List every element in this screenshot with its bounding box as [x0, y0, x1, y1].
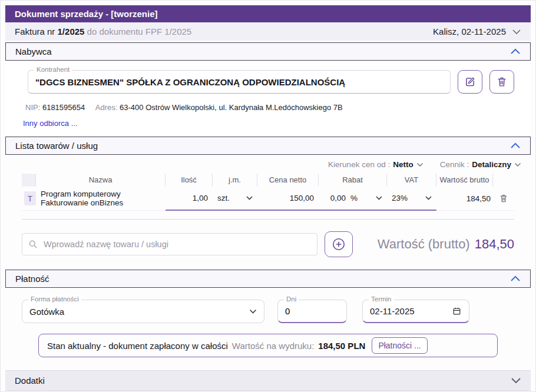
trash-icon	[498, 193, 509, 204]
payment-status-text: Stan aktualny - dokument zapłacony w cał…	[47, 341, 228, 351]
delete-contractor-button[interactable]	[489, 70, 514, 94]
items-controls: Kierunek cen od : Netto Cennik : Detalic…	[5, 155, 531, 170]
chevron-up-icon[interactable]	[510, 48, 521, 55]
section-header-payment[interactable]: Płatność	[5, 270, 531, 288]
chevron-down-icon	[514, 162, 521, 167]
unit-value: szt.	[217, 194, 230, 202]
doc-number-suffix: do dokumentu FPF 1/2025	[87, 26, 192, 36]
section-header-extras[interactable]: Dodatki	[5, 370, 531, 391]
payment-form-value: Gotówka	[29, 307, 64, 317]
print-value: 184,50 PLN	[318, 341, 365, 351]
chevron-down-icon[interactable]	[512, 29, 521, 35]
contractor-input[interactable]	[28, 77, 450, 87]
add-item-button[interactable]	[325, 231, 353, 257]
payment-form-select[interactable]: Forma płatności Gotówka	[22, 300, 264, 323]
vat-value: 23%	[392, 194, 408, 202]
pricelist-label: Cennik :	[440, 160, 469, 169]
window-title: Dokument sprzedaży - [tworzenie]	[15, 9, 158, 19]
col-discount: Rabat	[319, 174, 387, 187]
document-header: Faktura nr 1/2025 do dokumentu FPF 1/202…	[5, 22, 531, 41]
delete-item-button[interactable]	[495, 193, 512, 204]
items-table-header: Nazwa Ilość j.m. Cena netto Rabat VAT Wa…	[22, 174, 514, 187]
item-search-field	[22, 233, 317, 255]
price-direction-label: Kierunek cen od :	[328, 160, 390, 169]
col-type	[22, 174, 36, 187]
item-name-cell: Program komputerowy Fakturowanie onBizne…	[38, 187, 166, 211]
col-quantity: Ilość	[166, 174, 213, 187]
price-direction-dropdown[interactable]: Kierunek cen od : Netto	[328, 160, 423, 169]
chevron-down-icon	[246, 196, 253, 200]
item-quantity-cell	[166, 187, 213, 211]
col-gross: Wartość brutto	[436, 174, 493, 187]
col-unit: j.m.	[213, 174, 257, 187]
payment-term-field[interactable]: Termin 02-11-2025	[362, 300, 469, 323]
col-net-price: Cena netto	[257, 174, 319, 187]
payments-button[interactable]: Płatności ...	[372, 337, 427, 354]
vat-select[interactable]: 23%	[389, 194, 434, 202]
payment-days-label: Dni	[284, 295, 299, 303]
document-number: Faktura nr 1/2025 do dokumentu FPF 1/202…	[15, 26, 191, 36]
col-vat: VAT	[387, 174, 436, 187]
quantity-input[interactable]	[168, 194, 210, 202]
item-net-price-cell	[257, 187, 319, 211]
item-actions-cell	[493, 187, 514, 211]
search-icon	[28, 240, 38, 249]
edit-icon	[464, 75, 477, 88]
plus-circle-icon	[331, 237, 346, 252]
chevron-down-icon	[376, 196, 382, 200]
print-value-label: Wartość na wydruku:	[232, 341, 315, 351]
calendar-icon[interactable]	[452, 306, 462, 316]
chevron-up-icon[interactable]	[510, 275, 521, 282]
price-direction-value: Netto	[393, 160, 413, 169]
address-value: 63-400 Ostrów Wielkopolski, ul. Kardynał…	[120, 103, 343, 112]
buyer-section-title: Nabywca	[15, 46, 52, 57]
edit-contractor-button[interactable]	[458, 70, 482, 94]
doc-number-value: 1/2025	[58, 26, 85, 36]
buyer-section-body: Kontrahent NIP: 6181595654 Adres: 63-400…	[5, 61, 531, 135]
buyer-details: NIP: 6181595654 Adres: 63-400 Ostrów Wie…	[25, 103, 514, 112]
section-header-buyer[interactable]: Nabywca	[5, 42, 531, 61]
payment-section-body: Forma płatności Gotówka Dni Termin 02-11…	[5, 288, 531, 357]
nip-label: NIP:	[25, 103, 40, 112]
table-row: T Program komputerowy Fakturowanie onBiz…	[22, 187, 514, 211]
doc-number-prefix: Faktura nr	[15, 26, 55, 36]
net-price-input[interactable]	[260, 194, 316, 202]
pricelist-dropdown[interactable]: Cennik : Detaliczny	[440, 160, 521, 169]
contractor-label: Kontrahent	[34, 66, 72, 73]
payment-days-input[interactable]	[285, 306, 339, 316]
add-item-row: Wartość (brutto) 184,50	[5, 220, 531, 268]
chevron-up-icon[interactable]	[510, 142, 521, 149]
col-name: Nazwa	[36, 174, 166, 187]
payment-status-bar: Stan aktualny - dokument zapłacony w cał…	[38, 334, 498, 357]
item-vat-cell: 23%	[387, 187, 436, 211]
items-table: Nazwa Ilość j.m. Cena netto Rabat VAT Wa…	[22, 174, 514, 211]
unit-select[interactable]: szt.	[215, 194, 255, 202]
window-title-bar: Dokument sprzedaży - [tworzenie]	[5, 5, 531, 22]
payment-days-field: Dni	[277, 300, 347, 323]
item-gross-cell: 184,50	[436, 187, 493, 211]
chevron-down-icon	[425, 196, 432, 200]
place-date-toggle[interactable]: Kalisz, 02-11-2025	[433, 26, 521, 36]
discount-unit-value: %	[350, 194, 358, 202]
chevron-down-icon[interactable]	[511, 377, 521, 384]
item-search-input[interactable]	[42, 239, 311, 250]
discount-unit-select[interactable]: %	[348, 194, 385, 202]
other-recipient-link[interactable]: Inny odbiorca ...	[23, 119, 78, 128]
gross-total-label: Wartość (brutto)	[378, 237, 470, 252]
col-actions	[493, 174, 514, 187]
discount-input[interactable]	[321, 194, 348, 202]
payment-term-value: 02-11-2025	[370, 306, 415, 316]
sales-document-window: Dokument sprzedaży - [tworzenie] Faktura…	[0, 0, 536, 392]
chevron-down-icon	[416, 162, 423, 167]
item-type-cell: T	[22, 187, 38, 211]
item-unit-cell: szt.	[213, 187, 257, 211]
item-discount-cell: %	[319, 187, 387, 211]
section-header-items[interactable]: Lista towarów / usług	[5, 137, 531, 155]
extras-section-title: Dodatki	[15, 376, 45, 386]
payment-form-label: Forma płatności	[28, 295, 81, 303]
gross-total-value: 184,50	[475, 237, 514, 252]
item-type-badge: T	[24, 191, 36, 205]
gross-total: Wartość (brutto) 184,50	[378, 237, 514, 252]
trash-icon	[495, 75, 508, 88]
pricelist-value: Detaliczny	[472, 160, 511, 169]
